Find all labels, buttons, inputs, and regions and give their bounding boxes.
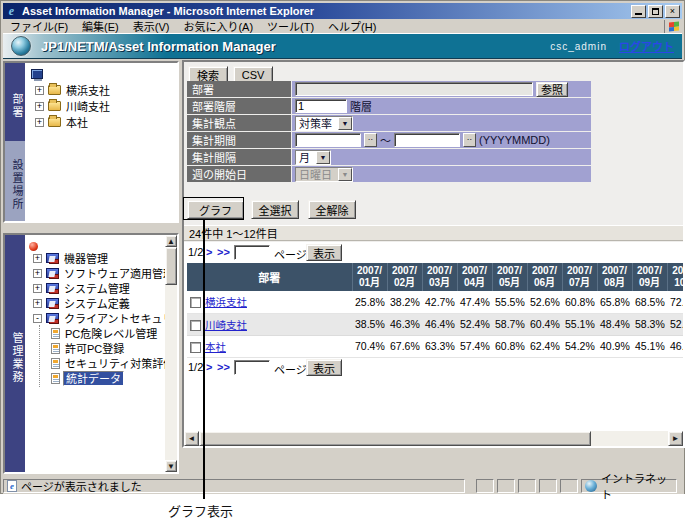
menu-favorites[interactable]: お気に入り(A): [176, 18, 260, 34]
menu-tools[interactable]: ツール(T): [260, 18, 321, 34]
show-button[interactable]: 表示: [306, 244, 342, 261]
tab-admin-tasks[interactable]: 管理業務: [5, 235, 25, 472]
book-icon: [46, 283, 59, 293]
cell-value: 42.7%: [422, 291, 457, 313]
cell-value: 67.6%: [387, 335, 422, 357]
period-to-field[interactable]: [394, 133, 460, 147]
content-hscrollbar[interactable]: ◄ ►: [184, 431, 683, 446]
tree-item-label[interactable]: 川崎支社: [64, 98, 112, 114]
root-ball-icon: [29, 242, 38, 251]
tree-item-system-mgmt[interactable]: + システム管理: [33, 281, 132, 295]
tree-item-label-selected[interactable]: 統計データ: [63, 371, 124, 386]
menu-edit[interactable]: 編集(E): [75, 18, 126, 34]
viewpoint-select[interactable]: 対策率 ▼: [295, 116, 353, 131]
expand-icon[interactable]: +: [35, 118, 44, 127]
tree-item-label[interactable]: 横浜支社: [64, 82, 112, 98]
tab-department[interactable]: 部署: [5, 63, 25, 141]
page-number-input[interactable]: [234, 360, 270, 375]
expand-icon[interactable]: +: [35, 102, 44, 111]
status-message: ページが表示されました: [21, 478, 142, 494]
tree-item-software-mgmt[interactable]: + ソフトウェア適用管理: [33, 266, 165, 280]
scrollbar-thumb[interactable]: [165, 247, 177, 285]
page-number-input[interactable]: [234, 245, 270, 260]
admin-tree-scrollbar[interactable]: ▲ ▼: [165, 235, 177, 472]
tree-item-label[interactable]: クライアントセキュリティ管理: [62, 310, 165, 326]
expand-icon[interactable]: +: [33, 284, 42, 293]
windows-logo: [664, 20, 682, 33]
tree-item-system-def[interactable]: + システム定義: [33, 296, 132, 310]
scroll-left-icon[interactable]: ◄: [184, 431, 199, 446]
tree-item-honsha[interactable]: + 本社: [35, 115, 90, 129]
tab-location[interactable]: 設置場所: [5, 141, 25, 221]
viewpoint-value: 対策率: [296, 115, 338, 131]
clear-all-button[interactable]: 全解除: [308, 200, 356, 219]
date-picker-icon[interactable]: ‥: [463, 133, 476, 147]
next-page-link[interactable]: >: [206, 246, 212, 258]
last-page-link[interactable]: >>: [217, 361, 230, 373]
tree-item-statistics[interactable]: 統計データ: [51, 371, 124, 385]
tree-item-allowed-pc[interactable]: 許可PC登録: [51, 341, 126, 355]
department-link[interactable]: 横浜支社: [205, 296, 247, 308]
department-link[interactable]: 本社: [205, 341, 226, 353]
page-icon: [51, 328, 60, 339]
form-label: 部署階層: [187, 98, 291, 114]
tree-item-label[interactable]: 機器管理: [62, 250, 110, 266]
maximize-button[interactable]: [648, 5, 663, 18]
tree-item-device-mgmt[interactable]: + 機器管理: [33, 251, 110, 265]
scroll-right-icon[interactable]: ►: [668, 431, 683, 446]
graph-button[interactable]: グラフ: [187, 200, 244, 219]
window-title: Asset Information Manager - Microsoft In…: [22, 5, 629, 17]
logout-link[interactable]: ログアウト: [619, 38, 674, 54]
hierarchy-field[interactable]: [295, 99, 347, 113]
close-button[interactable]: ×: [665, 5, 680, 18]
tree-item-label[interactable]: システム定義: [62, 295, 132, 311]
browse-button[interactable]: 参照: [536, 82, 568, 97]
collapse-icon[interactable]: -: [33, 314, 42, 323]
tree-item-label[interactable]: システム管理: [62, 280, 132, 296]
tree-item-label[interactable]: PC危険レベル管理: [63, 325, 159, 341]
tree-item-label[interactable]: 本社: [64, 114, 90, 130]
expand-icon[interactable]: +: [33, 269, 42, 278]
tree-root-network[interactable]: [31, 67, 46, 81]
cell-value: 52.9%: [667, 313, 685, 335]
show-button[interactable]: 表示: [306, 359, 342, 376]
tree-item-kawasaki[interactable]: + 川崎支社: [35, 99, 112, 113]
status-segment: [518, 479, 536, 493]
row-checkbox[interactable]: [190, 342, 201, 353]
cell-value: 38.5%: [352, 313, 387, 335]
date-picker-icon[interactable]: ‥: [364, 133, 377, 147]
row-checkbox[interactable]: [190, 320, 201, 331]
scroll-down-icon[interactable]: ▼: [165, 460, 177, 472]
department-link[interactable]: 川崎支社: [205, 319, 247, 331]
tree-item-label[interactable]: ソフトウェア適用管理: [62, 265, 165, 281]
tree-item-client-security[interactable]: - クライアントセキュリティ管理: [33, 311, 165, 325]
menu-view[interactable]: 表示(V): [126, 18, 177, 34]
table-row: 本社 70.4% 67.6% 63.3% 57.4% 60.8% 62.4% 5…: [187, 335, 685, 357]
tree-item-label[interactable]: セキュリティ対策評価: [63, 355, 165, 371]
tree-item-security-eval[interactable]: セキュリティ対策評価: [51, 356, 165, 370]
col-header-month: 2007/05月: [492, 263, 527, 291]
minimize-button[interactable]: [631, 5, 646, 18]
cell-value: 60.8%: [492, 335, 527, 357]
interval-select[interactable]: 月 ▼: [295, 150, 331, 165]
page-indicator: 1/2: [188, 361, 203, 373]
next-page-link[interactable]: >: [206, 361, 212, 373]
menu-file[interactable]: ファイル(F): [3, 18, 75, 34]
tree-item-pc-risk-level[interactable]: PC危険レベル管理: [51, 326, 159, 340]
col-header-month: 2007/04月: [457, 263, 492, 291]
tree-item-label[interactable]: 許可PC登録: [63, 340, 126, 356]
row-checkbox[interactable]: [190, 297, 201, 308]
expand-icon[interactable]: +: [33, 299, 42, 308]
period-from-field[interactable]: [295, 133, 361, 147]
pagination-top: 1/2 > >> ページ 表示: [184, 244, 683, 261]
menu-help[interactable]: ヘルプ(H): [321, 18, 383, 34]
last-page-link[interactable]: >>: [217, 246, 230, 258]
scrollbar-thumb[interactable]: [199, 431, 591, 446]
cell-value: 52.6%: [527, 291, 562, 313]
tree-item-yokohama[interactable]: + 横浜支社: [35, 83, 112, 97]
select-all-button[interactable]: 全選択: [251, 200, 299, 219]
scroll-up-icon[interactable]: ▲: [165, 235, 177, 247]
department-field[interactable]: [295, 82, 533, 96]
expand-icon[interactable]: +: [33, 254, 42, 263]
expand-icon[interactable]: +: [35, 86, 44, 95]
